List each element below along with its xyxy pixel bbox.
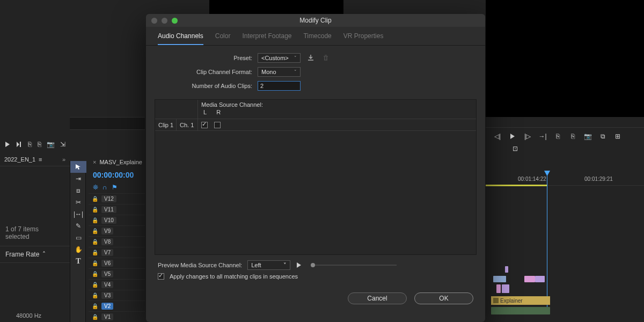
pen-tool[interactable]: ✎ bbox=[70, 220, 86, 232]
window-close-icon[interactable] bbox=[151, 18, 157, 24]
extract-icon[interactable]: ⎘ bbox=[568, 132, 577, 141]
next-frame-icon[interactable]: |▷ bbox=[523, 132, 532, 141]
razor-tool[interactable]: ✂ bbox=[70, 196, 86, 208]
channel-R-checkbox[interactable] bbox=[214, 122, 221, 128]
project-tab-label: 2022_EN_1 bbox=[4, 156, 35, 163]
lock-icon[interactable]: 🔒 bbox=[92, 271, 97, 277]
track-header-V12[interactable]: 🔒V12 bbox=[89, 193, 145, 204]
dialog-titlebar[interactable]: Modify Clip bbox=[146, 14, 485, 27]
preview-scrubber[interactable] bbox=[311, 265, 397, 266]
step-fwd-icon[interactable]: →| bbox=[538, 132, 547, 141]
playhead[interactable] bbox=[547, 174, 547, 308]
track-header-V1[interactable]: 🔒V1 bbox=[89, 311, 145, 322]
clip-segment[interactable] bbox=[493, 276, 506, 282]
camera-icon[interactable]: 📷 bbox=[47, 140, 55, 149]
selection-tool[interactable] bbox=[70, 161, 86, 173]
tab-audio-channels[interactable]: Audio Channels bbox=[158, 32, 203, 45]
sequence-tab-label: MASV_Explaine bbox=[99, 159, 142, 165]
track-select-tool[interactable]: ⇥ bbox=[70, 173, 86, 185]
cancel-button[interactable]: Cancel bbox=[348, 292, 407, 304]
tab-interpret-footage[interactable]: Interpret Footage bbox=[242, 32, 291, 45]
overlay-icon[interactable]: ⧉ bbox=[598, 132, 607, 141]
dialog-tabs: Audio ChannelsColorInterpret FootageTime… bbox=[146, 27, 485, 46]
track-header-V5[interactable]: 🔒V5 bbox=[89, 268, 145, 279]
settings-icon[interactable]: ⊞ bbox=[613, 132, 622, 141]
lock-icon[interactable]: 🔒 bbox=[92, 303, 97, 309]
window-minimize-icon[interactable] bbox=[162, 18, 167, 24]
lock-icon[interactable]: 🔒 bbox=[92, 282, 97, 288]
track-label: V4 bbox=[101, 281, 113, 288]
ripple-tool[interactable]: ⧈ bbox=[70, 185, 86, 196]
project-tab[interactable]: 2022_EN_1 ≡ » bbox=[0, 153, 70, 166]
modify-clip-dialog: Modify Clip Audio ChannelsColorInterpret… bbox=[146, 14, 485, 322]
ruler-tick: 00:01:14:22 bbox=[518, 176, 546, 182]
ok-button[interactable]: OK bbox=[414, 292, 473, 304]
preset-select[interactable]: <Custom> ˅ bbox=[258, 53, 301, 63]
track-header-V9[interactable]: 🔒V9 bbox=[89, 225, 145, 236]
save-preset-icon[interactable] bbox=[306, 53, 316, 63]
track-label: V5 bbox=[101, 270, 113, 277]
numclips-input[interactable] bbox=[258, 81, 301, 91]
lock-icon[interactable]: 🔒 bbox=[92, 314, 97, 320]
preview-play-icon[interactable] bbox=[296, 262, 302, 268]
track-label: V7 bbox=[101, 249, 113, 256]
insert-icon[interactable]: ⎘ bbox=[28, 140, 32, 149]
clip-segment[interactable] bbox=[535, 276, 545, 282]
ruler-tick: 00:01:29:21 bbox=[584, 176, 613, 182]
tab-vr-properties[interactable]: VR Properties bbox=[343, 32, 384, 45]
play-icon[interactable] bbox=[508, 132, 517, 141]
link-icon[interactable]: ∩ bbox=[103, 184, 107, 191]
lock-icon[interactable]: 🔒 bbox=[92, 239, 97, 245]
timeline-timecode[interactable]: 00:00:00:00 bbox=[89, 169, 145, 181]
snapshot-icon[interactable]: 📷 bbox=[583, 132, 592, 141]
window-maximize-icon[interactable] bbox=[172, 18, 178, 24]
sequence-tab[interactable]: × MASV_Explaine bbox=[89, 156, 145, 169]
lock-icon[interactable]: 🔒 bbox=[92, 196, 97, 202]
tab-color[interactable]: Color bbox=[215, 32, 231, 45]
snap-icon[interactable]: ❊ bbox=[93, 184, 98, 191]
step-icon[interactable] bbox=[16, 140, 23, 149]
lift-icon[interactable]: ⎘ bbox=[553, 132, 562, 141]
lock-icon[interactable]: 🔒 bbox=[92, 250, 97, 255]
work-area-bar[interactable] bbox=[486, 185, 547, 186]
lock-icon[interactable]: 🔒 bbox=[92, 292, 97, 298]
frame-rate-header[interactable]: Frame Rate ˄ bbox=[0, 246, 70, 263]
prev-frame-icon[interactable]: ◁| bbox=[493, 132, 502, 141]
track-header-V3[interactable]: 🔒V3 bbox=[89, 290, 145, 301]
lock-icon[interactable]: 🔒 bbox=[92, 228, 97, 234]
timeline-canvas[interactable]: 00:01:14:22 00:01:29:21 Explainer bbox=[486, 174, 644, 186]
export-icon[interactable]: ⇲ bbox=[60, 140, 65, 149]
track-header-V4[interactable]: 🔒V4 bbox=[89, 279, 145, 290]
type-tool[interactable]: T bbox=[70, 255, 86, 267]
lock-icon[interactable]: 🔒 bbox=[92, 217, 97, 223]
format-select[interactable]: Mono ˅ bbox=[258, 67, 301, 77]
clip-cell: Clip 1 bbox=[155, 119, 177, 130]
apply-all-checkbox[interactable] bbox=[158, 273, 164, 280]
tab-timecode[interactable]: Timecode bbox=[303, 32, 331, 45]
clip-explainer[interactable]: Explainer bbox=[491, 296, 550, 305]
audio-clip[interactable] bbox=[491, 307, 550, 314]
slip-tool[interactable]: |↔| bbox=[70, 208, 86, 220]
track-header-V10[interactable]: 🔒V10 bbox=[89, 215, 145, 225]
track-header-V2[interactable]: 🔒V2 bbox=[89, 301, 145, 311]
lock-icon[interactable]: 🔒 bbox=[92, 207, 97, 213]
hand-tool[interactable]: ✋ bbox=[70, 244, 86, 255]
overwrite-icon[interactable]: ⎘ bbox=[38, 140, 42, 149]
clip-segment[interactable] bbox=[496, 284, 501, 293]
play-icon[interactable] bbox=[4, 140, 11, 149]
channel-L-checkbox[interactable] bbox=[201, 122, 208, 128]
track-header-V8[interactable]: 🔒V8 bbox=[89, 236, 145, 247]
time-ruler[interactable]: 00:01:14:22 00:01:29:21 bbox=[486, 174, 644, 186]
track-header-V6[interactable]: 🔒V6 bbox=[89, 258, 145, 268]
crop-icon[interactable]: ⊡ bbox=[513, 145, 518, 152]
clip-segment[interactable] bbox=[502, 284, 509, 293]
clip-segment[interactable] bbox=[524, 276, 535, 282]
preview-channel-select[interactable]: Left ˅ bbox=[247, 260, 290, 270]
clip-segment[interactable] bbox=[505, 266, 508, 273]
track-header-V11[interactable]: 🔒V11 bbox=[89, 204, 145, 215]
lock-icon[interactable]: 🔒 bbox=[92, 260, 97, 266]
marker-icon[interactable]: ⚑ bbox=[112, 184, 118, 191]
rect-tool[interactable]: ▭ bbox=[70, 232, 86, 244]
panel-overflow-icon[interactable]: » bbox=[62, 156, 65, 163]
track-header-V7[interactable]: 🔒V7 bbox=[89, 247, 145, 258]
